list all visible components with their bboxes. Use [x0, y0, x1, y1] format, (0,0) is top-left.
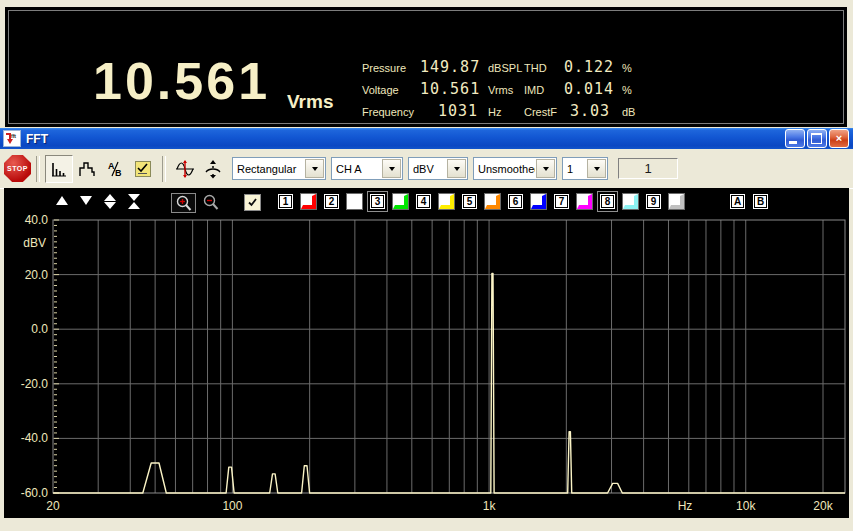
spectrum-bars-icon	[50, 160, 68, 178]
reading-row-crestf: CrestF 3.03 dB	[524, 102, 635, 124]
time-record-button[interactable]	[171, 155, 199, 183]
average-count-display: 1	[618, 158, 678, 179]
reading-row-pressure: Pressure 149.87 dBSPL	[362, 58, 530, 80]
chevron-down-icon[interactable]	[382, 159, 401, 178]
frequency-value: 1031	[420, 102, 478, 120]
meter-panel: 10.561 Vrms Pressure 149.87 dBSPL Voltag…	[5, 7, 847, 127]
checklist-icon	[134, 160, 152, 178]
voltage-unit: Vrms	[478, 84, 530, 96]
x-tick-label: 100	[222, 499, 242, 513]
y-tick-label: -20.0	[21, 377, 49, 391]
octave-bars-icon	[78, 160, 96, 178]
crestf-label: CrestF	[524, 106, 564, 118]
thd-value: 0.122	[564, 58, 610, 76]
close-button[interactable]: ×	[829, 129, 849, 148]
voltage-label: Voltage	[362, 84, 420, 96]
main-voltage-value: 10.561	[93, 51, 270, 111]
chevron-down-icon[interactable]	[305, 159, 324, 178]
svg-text:B: B	[115, 168, 122, 178]
fft-toolbar: STOP A B	[0, 149, 853, 189]
pressure-label: Pressure	[362, 62, 420, 74]
pressure-value: 149.87	[420, 58, 478, 76]
imd-value: 0.014	[564, 80, 610, 98]
y-tick-label: 40.0	[25, 213, 49, 227]
reading-row-voltage: Voltage 10.561 Vrms	[362, 80, 530, 102]
y-tick-label: -40.0	[21, 431, 49, 445]
voltage-value: 10.561	[420, 80, 478, 98]
y-tick-label: 0.0	[31, 322, 48, 336]
spectrum-plot-panel: 123456789AB 40.020.00.0-20.0-40.0-60.0dB…	[4, 188, 849, 518]
minimize-icon	[789, 141, 797, 144]
reading-row-frequency: Frequency 1031 Hz	[362, 102, 530, 124]
smoothing-dropdown[interactable]: Unsmoothed	[473, 157, 557, 180]
x-tick-label: 10k	[736, 499, 756, 513]
ab-compare-button[interactable]: A B	[101, 155, 129, 183]
measurement-setup-button[interactable]	[129, 155, 157, 183]
frequency-unit: Hz	[478, 106, 530, 118]
crestf-unit: dB	[610, 106, 635, 118]
main-voltage-unit: Vrms	[287, 91, 333, 113]
x-axis-unit-label: Hz	[678, 499, 693, 513]
imd-unit: %	[610, 84, 632, 96]
maximize-icon	[811, 133, 822, 144]
spectrum-plot: 40.020.00.0-20.0-40.0-60.0dBV201001k10k2…	[4, 188, 849, 518]
channel-value: CH A	[332, 163, 381, 175]
y-tick-label: 20.0	[25, 268, 49, 282]
spectrum-view-button[interactable]	[45, 155, 73, 183]
readings-group: Pressure 149.87 dBSPL Voltage 10.561 Vrm…	[362, 58, 530, 124]
window-function-value: Rectangular	[233, 163, 304, 175]
octave-view-button[interactable]	[73, 155, 101, 183]
frequency-label: Frequency	[362, 106, 420, 118]
x-tick-label: 20k	[813, 499, 833, 513]
fit-vertical-icon	[203, 159, 223, 179]
chevron-down-icon[interactable]	[536, 159, 555, 178]
stop-icon: STOP	[7, 165, 28, 172]
averages-value: 1	[563, 163, 586, 175]
chevron-down-icon[interactable]	[587, 159, 606, 178]
fft-window-icon: fft	[3, 130, 21, 147]
svg-text:A: A	[108, 161, 115, 171]
stop-button[interactable]: STOP	[4, 155, 31, 182]
fft-window-titlebar[interactable]: fft FFT ×	[0, 128, 853, 149]
unit-value: dBV	[409, 163, 446, 175]
reading-row-imd: IMD 0.014 %	[524, 80, 635, 102]
svg-text:fft: fft	[11, 133, 16, 139]
x-tick-label: 20	[46, 499, 60, 513]
smoothing-value: Unsmoothed	[474, 163, 535, 175]
close-icon: ×	[830, 130, 848, 147]
y-axis-unit-label: dBV	[23, 236, 46, 250]
crestf-value: 3.03	[564, 102, 610, 120]
minimize-button[interactable]	[785, 129, 805, 148]
toolbar-separator	[162, 156, 166, 182]
y-tick-label: -60.0	[21, 486, 49, 500]
unit-dropdown[interactable]: dBV	[408, 157, 468, 180]
maximize-button[interactable]	[807, 129, 827, 148]
x-tick-label: 1k	[483, 499, 497, 513]
thd-label: THD	[524, 62, 564, 74]
reading-row-thd: THD 0.122 %	[524, 58, 635, 80]
chevron-down-icon[interactable]	[447, 159, 466, 178]
pressure-unit: dBSPL	[478, 62, 530, 74]
thd-unit: %	[610, 62, 632, 74]
imd-label: IMD	[524, 84, 564, 96]
toolbar-separator	[36, 156, 40, 182]
fit-range-button[interactable]	[199, 155, 227, 183]
oscilloscope-icon	[175, 159, 195, 179]
channel-dropdown[interactable]: CH A	[331, 157, 403, 180]
ab-compare-icon: A B	[106, 160, 124, 178]
distortion-group: THD 0.122 % IMD 0.014 % CrestF 3.03 dB	[524, 58, 635, 124]
window-title: FFT	[26, 132, 48, 146]
window-function-dropdown[interactable]: Rectangular	[232, 157, 326, 180]
averages-dropdown[interactable]: 1	[562, 157, 608, 180]
